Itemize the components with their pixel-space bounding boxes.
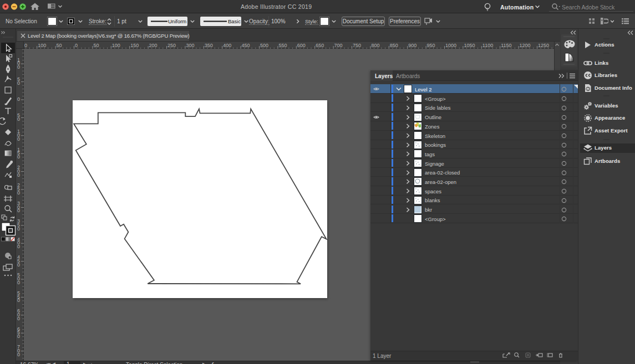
svg-text:750: 750 xyxy=(353,43,361,48)
svg-text:0: 0 xyxy=(17,64,20,70)
svg-text:0: 0 xyxy=(17,352,20,357)
svg-text:50: 50 xyxy=(57,43,62,48)
svg-text:0: 0 xyxy=(17,298,20,303)
svg-text:100: 100 xyxy=(112,43,120,48)
svg-text:1000: 1000 xyxy=(445,43,456,48)
svg-text:1250: 1250 xyxy=(538,43,549,48)
svg-text:0: 0 xyxy=(17,262,20,268)
svg-text:0: 0 xyxy=(17,154,20,160)
svg-text:500: 500 xyxy=(260,43,268,48)
svg-text:1200: 1200 xyxy=(520,43,531,48)
svg-text:350: 350 xyxy=(205,43,213,48)
svg-text:200: 200 xyxy=(149,43,158,48)
svg-text:0: 0 xyxy=(75,43,78,48)
svg-text:0: 0 xyxy=(17,190,20,196)
svg-text:0: 0 xyxy=(17,244,20,249)
svg-text:850: 850 xyxy=(390,43,398,48)
svg-text:1150: 1150 xyxy=(501,43,511,48)
svg-text:800: 800 xyxy=(371,43,379,48)
svg-text:0: 0 xyxy=(17,96,20,102)
svg-text:1100: 1100 xyxy=(482,43,493,48)
svg-text:600: 600 xyxy=(297,43,306,48)
svg-text:0: 0 xyxy=(17,172,20,178)
svg-text:50: 50 xyxy=(93,43,99,48)
svg-text:0: 0 xyxy=(17,80,20,86)
svg-text:0: 0 xyxy=(17,334,20,339)
svg-text:0: 0 xyxy=(17,208,20,213)
svg-text:250: 250 xyxy=(167,43,176,48)
svg-text:950: 950 xyxy=(427,43,435,48)
svg-text:300: 300 xyxy=(186,43,194,48)
svg-text:650: 650 xyxy=(316,43,324,48)
svg-text:1050: 1050 xyxy=(464,43,475,48)
svg-text:400: 400 xyxy=(223,43,231,48)
svg-text:700: 700 xyxy=(334,43,343,48)
svg-text:150: 150 xyxy=(130,43,139,48)
svg-text:0: 0 xyxy=(17,116,20,122)
svg-text:550: 550 xyxy=(278,43,287,48)
svg-text:0: 0 xyxy=(17,280,20,285)
svg-text:900: 900 xyxy=(408,43,416,48)
svg-text:0: 0 xyxy=(17,316,20,321)
svg-text:450: 450 xyxy=(242,43,250,48)
svg-text:0: 0 xyxy=(17,226,20,232)
svg-text:0: 0 xyxy=(17,136,20,142)
svg-text:0: 0 xyxy=(24,43,27,48)
svg-text:100: 100 xyxy=(38,43,46,48)
